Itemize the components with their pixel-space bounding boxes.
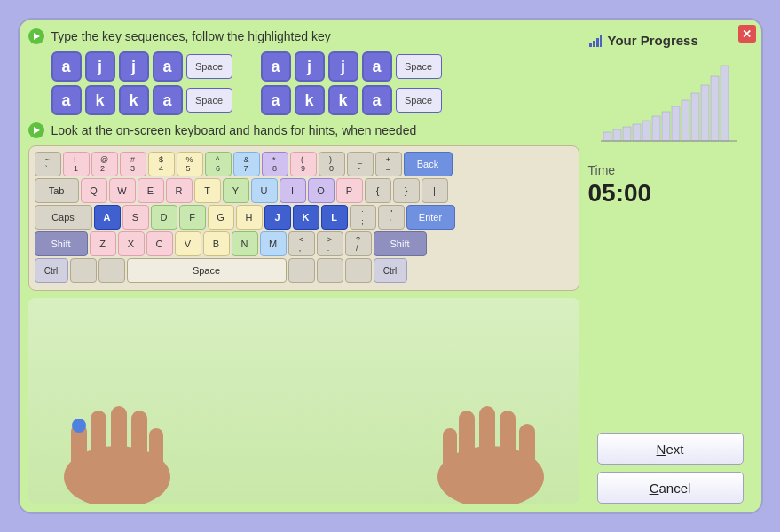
close-button[interactable]: ✕ bbox=[738, 25, 756, 43]
svg-rect-27 bbox=[701, 85, 709, 141]
key-a5: a bbox=[51, 85, 82, 115]
kb-s[interactable]: S bbox=[122, 205, 149, 230]
kb-8[interactable]: *8 bbox=[262, 152, 288, 176]
svg-rect-9 bbox=[459, 411, 475, 477]
svg-rect-19 bbox=[623, 127, 631, 141]
kb-2[interactable]: @2 bbox=[91, 152, 118, 176]
kb-1[interactable]: !1 bbox=[63, 152, 90, 176]
kb-rbracket[interactable]: } bbox=[393, 178, 420, 203]
kb-m[interactable]: M bbox=[260, 231, 287, 256]
hands-area bbox=[28, 298, 579, 504]
kb-w[interactable]: W bbox=[109, 178, 136, 203]
kb-x[interactable]: X bbox=[118, 231, 145, 256]
kb-b[interactable]: B bbox=[203, 231, 230, 256]
right-bottom-buttons: Next Cancel bbox=[588, 433, 752, 504]
left-hand-svg bbox=[28, 388, 224, 504]
key-a6: a bbox=[153, 85, 183, 115]
kb-ctrl-right[interactable]: Ctrl bbox=[374, 258, 407, 283]
kb-0[interactable]: )0 bbox=[319, 152, 345, 176]
kb-equals[interactable]: += bbox=[375, 152, 402, 176]
svg-rect-16 bbox=[600, 35, 602, 47]
right-hand-svg bbox=[384, 388, 579, 504]
kb-6[interactable]: ^6 bbox=[205, 152, 232, 176]
key-space-3: Space bbox=[186, 88, 232, 113]
kb-tilde[interactable]: ~` bbox=[35, 152, 61, 176]
kb-n[interactable]: N bbox=[232, 231, 258, 256]
kb-alt-right[interactable] bbox=[288, 258, 315, 283]
keyboard-area: ~` !1 @2 #3 $4 %5 ^6 &7 *8 (9 )0 _- += B… bbox=[28, 145, 579, 291]
kb-comma[interactable]: <, bbox=[288, 231, 315, 256]
sequence-row-1: a j j a Space a j j a Space bbox=[51, 51, 579, 82]
next-button[interactable]: Next bbox=[597, 433, 744, 465]
kb-row-qwerty: Tab Q W E R T Y U I O P { } | bbox=[35, 178, 573, 203]
svg-rect-23 bbox=[662, 112, 670, 141]
key-a8: a bbox=[362, 85, 392, 115]
svg-point-6 bbox=[72, 419, 86, 433]
kb-7[interactable]: &7 bbox=[233, 152, 260, 176]
svg-rect-25 bbox=[682, 100, 689, 141]
kb-z[interactable]: Z bbox=[90, 231, 116, 256]
kb-l[interactable]: L bbox=[321, 205, 348, 230]
kb-f[interactable]: F bbox=[179, 205, 206, 230]
kb-i[interactable]: I bbox=[280, 178, 306, 203]
kb-o[interactable]: O bbox=[308, 178, 335, 203]
key-k3: k bbox=[295, 85, 325, 115]
kb-v[interactable]: V bbox=[175, 231, 201, 256]
kb-c[interactable]: C bbox=[146, 231, 173, 256]
kb-tab[interactable]: Tab bbox=[35, 178, 79, 203]
kb-3[interactable]: #3 bbox=[120, 152, 146, 176]
kb-minus[interactable]: _- bbox=[347, 152, 374, 176]
kb-period[interactable]: >. bbox=[317, 231, 343, 256]
kb-quote[interactable]: "' bbox=[378, 205, 405, 230]
kb-r[interactable]: R bbox=[166, 178, 193, 203]
kb-row-zxcv: Shift Z X C V B N M <, >. ?/ Shift bbox=[35, 231, 573, 256]
kb-pipe[interactable]: | bbox=[422, 178, 448, 203]
key-k1: k bbox=[85, 85, 115, 115]
instruction-2-row: Look at the on-screen keyboard and hands… bbox=[28, 122, 579, 138]
progress-title-row: Your Progress bbox=[588, 33, 698, 48]
kb-j[interactable]: J bbox=[264, 205, 291, 230]
kb-y[interactable]: Y bbox=[223, 178, 249, 203]
kb-k[interactable]: K bbox=[293, 205, 319, 230]
svg-rect-26 bbox=[691, 93, 699, 141]
time-label: Time bbox=[588, 163, 652, 177]
kb-alt-left[interactable] bbox=[98, 258, 125, 283]
play-icon-1[interactable] bbox=[28, 28, 44, 44]
key-a4: a bbox=[362, 51, 392, 82]
kb-backspace[interactable]: Back bbox=[404, 152, 453, 176]
kb-9[interactable]: (9 bbox=[290, 152, 317, 176]
kb-4[interactable]: $4 bbox=[148, 152, 175, 176]
kb-h[interactable]: H bbox=[236, 205, 263, 230]
svg-rect-21 bbox=[642, 121, 650, 141]
kb-5[interactable]: %5 bbox=[177, 152, 203, 176]
kb-slash[interactable]: ?/ bbox=[345, 231, 372, 256]
kb-e[interactable]: E bbox=[138, 178, 164, 203]
kb-d[interactable]: D bbox=[151, 205, 177, 230]
kb-q[interactable]: Q bbox=[81, 178, 107, 203]
kb-g[interactable]: G bbox=[208, 205, 234, 230]
kb-space[interactable]: Space bbox=[127, 258, 287, 283]
kb-row-numbers: ~` !1 @2 #3 $4 %5 ^6 &7 *8 (9 )0 _- += B… bbox=[35, 152, 573, 176]
kb-u[interactable]: U bbox=[251, 178, 278, 203]
kb-menu[interactable] bbox=[345, 258, 372, 283]
kb-semicolon[interactable]: :; bbox=[350, 205, 376, 230]
kb-caps[interactable]: Caps bbox=[35, 205, 92, 230]
kb-a[interactable]: A bbox=[94, 205, 121, 230]
kb-t[interactable]: T bbox=[194, 178, 221, 203]
play-icon-2[interactable] bbox=[28, 122, 44, 138]
kb-win-left[interactable] bbox=[70, 258, 97, 283]
svg-rect-12 bbox=[519, 424, 535, 481]
kb-shift-right[interactable]: Shift bbox=[374, 231, 427, 256]
key-j2: j bbox=[119, 51, 149, 82]
kb-lbracket[interactable]: { bbox=[365, 178, 391, 203]
svg-rect-10 bbox=[479, 406, 495, 477]
key-k2: k bbox=[119, 85, 149, 115]
kb-shift-left[interactable]: Shift bbox=[35, 231, 88, 256]
kb-p[interactable]: P bbox=[336, 178, 363, 203]
kb-ctrl-left[interactable]: Ctrl bbox=[35, 258, 68, 283]
svg-rect-17 bbox=[603, 132, 611, 141]
kb-fn[interactable] bbox=[317, 258, 343, 283]
svg-rect-5 bbox=[149, 428, 163, 477]
cancel-button[interactable]: Cancel bbox=[597, 472, 744, 504]
kb-enter[interactable]: Enter bbox=[406, 205, 455, 230]
